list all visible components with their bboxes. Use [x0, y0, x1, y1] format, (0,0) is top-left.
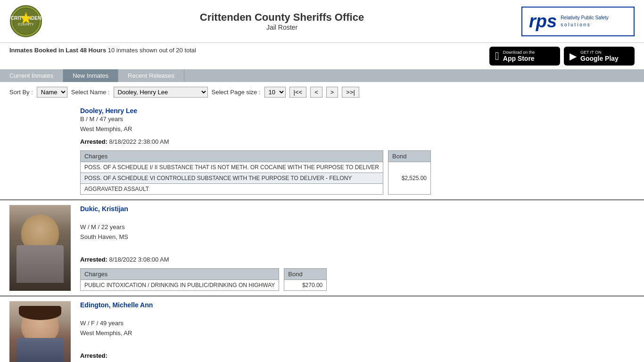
inmate-record: Edington, Michelle Ann W / F / 49 years … [0, 296, 644, 362]
inmates-info: Inmates Booked in Last 48 Hours 10 inmat… [9, 47, 196, 54]
bond-header: Bond [388, 151, 431, 162]
page-subtitle: Jail Roster [42, 24, 521, 31]
inmate-arrested: Arrested: [80, 341, 635, 361]
app-store-button[interactable]:  Download on the App Store [489, 47, 560, 66]
sheriff-logo: CRITTENDEN COUNTY [9, 5, 42, 38]
table-row: AGGRAVATED ASSAULT [81, 184, 383, 195]
inmate-demographic: B / M / 47 years West Memphis, AR [80, 115, 635, 134]
select-page-size-label: Select Page size : [212, 89, 261, 96]
inmate-name-link[interactable]: Dukic, Kristijan [80, 205, 128, 213]
rps-tagline: Relativity Public Safetys o l u t i o n … [561, 14, 609, 28]
inmate-record: Dukic, Kristijan W / M / 22 years South … [0, 200, 644, 296]
sort-by-label: Sort By : [9, 89, 33, 96]
inmate-details: Edington, Michelle Ann W / F / 49 years … [80, 301, 635, 362]
apple-icon:  [495, 49, 499, 63]
bond-table: Bond $270.00 [284, 268, 327, 291]
charges-header: Charges [81, 151, 383, 162]
select-name-label: Select Name : [71, 89, 110, 96]
tab-recent-releases[interactable]: Recent Releases [118, 69, 184, 82]
rps-logo-block: rps Relativity Public Safetys o l u t i … [521, 7, 635, 36]
inmate-name-link[interactable]: Dooley, Henry Lee [80, 107, 137, 115]
bond-table: Bond $2,525.00 [388, 150, 431, 195]
charge-cell: AGGRAVATED ASSAULT [81, 184, 383, 195]
google-play-button[interactable]: ▶ GET IT ON Google Play [564, 47, 635, 66]
page-title: Crittenden County Sheriffs Office [42, 11, 521, 24]
charge-cell: POSS. OF A SCHEDULE VI CONTROLLED SUBSTA… [81, 173, 383, 184]
inmate-name-link[interactable]: Edington, Michelle Ann [80, 301, 153, 309]
charges-table: Charges PUBLIC INTOXICATION / DRINKING I… [80, 268, 279, 291]
page-header: CRITTENDEN COUNTY Crittenden County Sher… [0, 0, 644, 43]
table-row: $270.00 [284, 280, 327, 291]
inmate-photo-placeholder [9, 107, 71, 195]
inmates-count-label: 10 inmates shown out of 20 total [108, 47, 196, 54]
inmates-booked-label: Inmates Booked in Last 48 Hours [9, 47, 106, 54]
inmate-record: Dooley, Henry Lee B / M / 47 years West … [0, 102, 644, 200]
bond-amount: $270.00 [284, 280, 327, 291]
sub-header: Inmates Booked in Last 48 Hours 10 inmat… [0, 43, 644, 69]
select-name-select[interactable]: Dooley, Henry Lee [114, 87, 208, 98]
charges-header: Charges [81, 269, 279, 280]
table-row: POSS. OF A SCHEDULE I/ II SUBSTANCE THAT… [81, 162, 383, 173]
inmate-arrested: Arrested: 8/18/2022 2:38:00 AM [80, 137, 635, 147]
select-page-size-select[interactable]: 10 25 50 [264, 87, 286, 98]
tab-current-inmates[interactable]: Current Inmates [0, 69, 63, 82]
nav-prev-button[interactable]: < [310, 87, 322, 98]
inmate-photo [9, 205, 71, 291]
charge-cell: POSS. OF A SCHEDULE I/ II SUBSTANCE THAT… [81, 162, 383, 173]
table-row: POSS. OF A SCHEDULE VI CONTROLLED SUBSTA… [81, 173, 383, 184]
inmate-details: Dooley, Henry Lee B / M / 47 years West … [80, 107, 635, 195]
app-store-small-label: Download on the [503, 50, 535, 55]
charges-table: Charges POSS. OF A SCHEDULE I/ II SUBSTA… [80, 150, 383, 195]
inmate-photo [9, 301, 71, 362]
bond-header: Bond [284, 269, 327, 280]
sort-by-select[interactable]: Name [37, 87, 67, 98]
rps-logo-text: rps [529, 11, 557, 32]
google-play-big-label: Google Play [580, 55, 619, 63]
nav-first-button[interactable]: |<< [289, 87, 307, 98]
charges-section: Charges PUBLIC INTOXICATION / DRINKING I… [80, 268, 635, 291]
header-title-block: Crittenden County Sheriffs Office Jail R… [42, 11, 521, 31]
inmate-demographic: W / F / 49 years West Memphis, AR [80, 309, 635, 338]
svg-text:COUNTY: COUNTY [18, 22, 34, 26]
app-buttons-group:  Download on the App Store ▶ GET IT ON … [489, 47, 635, 66]
inmate-details: Dukic, Kristijan W / M / 22 years South … [80, 205, 635, 291]
table-row: PUBLIC INTOXICATION / DRINKING IN PUBLIC… [81, 280, 279, 291]
bond-amount: $2,525.00 [388, 162, 431, 195]
tabs-bar: Current Inmates New Inmates Recent Relea… [0, 69, 644, 82]
charges-section: Charges POSS. OF A SCHEDULE I/ II SUBSTA… [80, 150, 635, 195]
controls-bar: Sort By : Name Select Name : Dooley, Hen… [0, 82, 644, 102]
charge-cell: PUBLIC INTOXICATION / DRINKING IN PUBLIC… [81, 280, 279, 291]
nav-next-button[interactable]: > [326, 87, 339, 98]
table-row: $2,525.00 [388, 162, 431, 195]
google-play-icon: ▶ [570, 50, 577, 62]
nav-last-button[interactable]: >>| [342, 87, 359, 98]
google-play-small-label: GET IT ON [580, 50, 619, 55]
inmate-arrested: Arrested: 8/18/2022 3:08:00 AM [80, 245, 635, 265]
tab-new-inmates[interactable]: New Inmates [63, 69, 118, 82]
inmate-demographic: W / M / 22 years South Haven, MS [80, 213, 635, 242]
app-store-big-label: App Store [503, 55, 535, 63]
